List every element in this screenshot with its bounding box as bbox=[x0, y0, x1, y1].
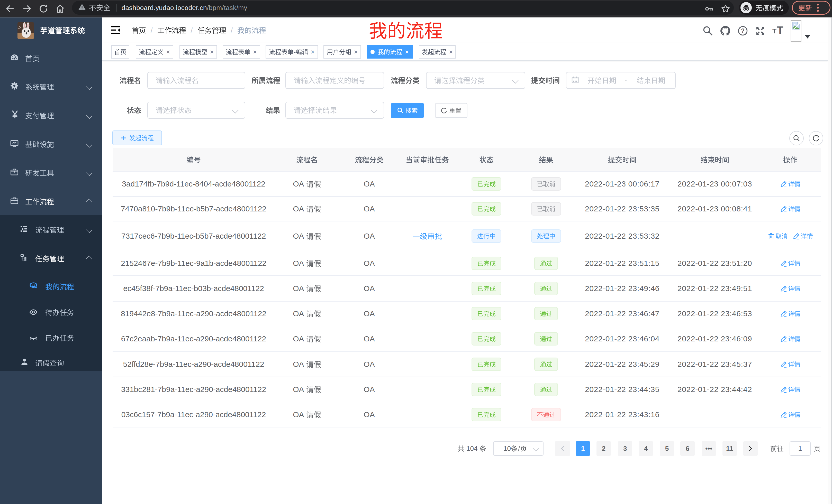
svg-text:?: ? bbox=[741, 27, 745, 34]
